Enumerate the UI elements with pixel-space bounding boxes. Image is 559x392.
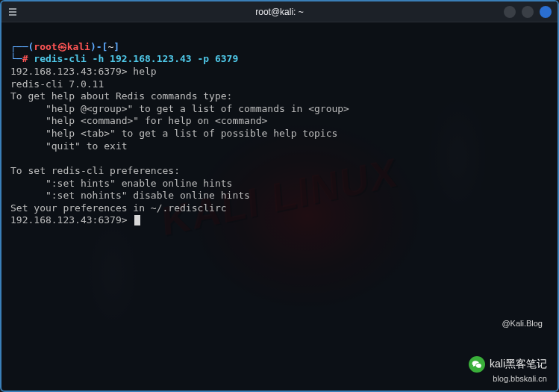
wechat-icon — [469, 356, 485, 373]
watermark: kali黑客笔记 blog.bbskali.cn — [469, 356, 547, 383]
prompt-user: root — [34, 41, 57, 52]
titlebar-left — [7, 7, 67, 17]
prompt-lead: └─ — [10, 53, 22, 64]
cursor — [134, 215, 140, 225]
output-line: redis-cli 7.0.11 — [10, 78, 104, 90]
titlebar: root@kali: ~ — [1, 1, 558, 22]
prompt-deco3: ] — [113, 41, 119, 52]
output-line: "help @<group>" to get a list of command… — [10, 103, 349, 114]
output-line: ":set nohints" disable online hints — [10, 190, 250, 201]
close-button[interactable] — [540, 6, 552, 18]
menu-icon[interactable] — [7, 7, 18, 17]
output-line: "help <tab>" to get a list of possible h… — [10, 128, 337, 139]
output-line: Set your preferences in ~/.redisclirc — [10, 202, 227, 214]
prompt-sep: ㉿ — [57, 41, 67, 52]
command-text: redis-cli -h 192.168.123.43 -p 6379 — [28, 53, 238, 64]
watermark-name: kali黑客笔记 — [490, 358, 547, 371]
output-line: To set redis-cli preferences: — [10, 165, 180, 176]
terminal-window: root@kali: ~ ┌──(root㉿kali)-[~] └─# redi… — [0, 0, 559, 392]
maximize-button[interactable] — [522, 6, 534, 18]
prompt-deco2: )-[ — [90, 41, 107, 52]
current-prompt[interactable]: 192.168.123.43:6379> — [10, 214, 140, 225]
minimize-button[interactable] — [504, 6, 516, 18]
terminal-body[interactable]: ┌──(root㉿kali)-[~] └─# redis-cli -h 192.… — [1, 22, 558, 246]
watermark-handle: @Kali.Blog — [502, 319, 543, 328]
prompt-host: kali — [67, 41, 90, 52]
output-line: "help <command>" for help on <command> — [10, 115, 267, 126]
window-controls — [492, 6, 552, 18]
prompt-text: 192.168.123.43:6379> — [10, 214, 133, 225]
output-line: 192.168.123.43:6379> help — [10, 66, 157, 77]
output-line: ":set hints" enable online hints — [10, 178, 232, 189]
watermark-sub: blog.bbskali.cn — [493, 374, 547, 383]
watermark-row: kali黑客笔记 — [469, 356, 547, 373]
output-line: "quit" to exit — [10, 140, 128, 152]
window-title: root@kali: ~ — [67, 7, 492, 17]
output-line: To get help about Redis commands type: — [10, 90, 232, 102]
prompt-deco: ┌──( — [10, 41, 34, 52]
